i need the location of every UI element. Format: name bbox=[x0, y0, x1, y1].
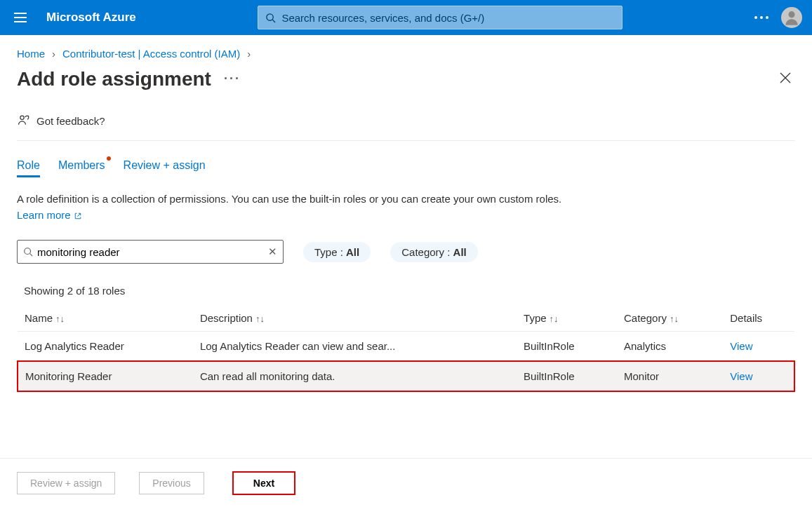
cell-description: Can read all monitoring data. bbox=[193, 361, 517, 391]
col-details: Details bbox=[723, 305, 794, 332]
tabs: Role Members Review + assign bbox=[17, 141, 795, 182]
review-assign-button[interactable]: Review + assign bbox=[17, 472, 115, 494]
svg-point-6 bbox=[25, 248, 31, 255]
brand-label[interactable]: Microsoft Azure bbox=[46, 11, 136, 25]
svg-point-2 bbox=[788, 11, 794, 18]
learn-more-link[interactable]: Learn more bbox=[17, 209, 82, 221]
filter-category-label: Category : bbox=[401, 246, 453, 258]
global-search[interactable] bbox=[258, 6, 623, 29]
filter-type-value: All bbox=[346, 246, 359, 258]
feedback-icon bbox=[17, 114, 31, 128]
avatar[interactable] bbox=[781, 7, 802, 28]
cell-name: Monitoring Reader bbox=[18, 361, 193, 391]
cell-name: Log Analytics Reader bbox=[18, 332, 193, 362]
footer: Review + assign Previous Next bbox=[0, 458, 812, 507]
cell-category: Monitor bbox=[617, 361, 723, 391]
chevron-right-icon: › bbox=[52, 48, 55, 60]
breadcrumb-current[interactable]: Contributor-test | Access control (IAM) bbox=[62, 48, 240, 60]
external-link-icon bbox=[74, 212, 82, 220]
role-search-input[interactable] bbox=[37, 246, 268, 258]
svg-line-1 bbox=[273, 20, 276, 22]
sort-icon: ↑↓ bbox=[255, 313, 265, 324]
top-header: Microsoft Azure bbox=[0, 0, 812, 35]
breadcrumb-home[interactable]: Home bbox=[17, 48, 45, 60]
filter-category-value: All bbox=[453, 246, 467, 258]
global-search-input[interactable] bbox=[281, 12, 615, 24]
col-type[interactable]: Type↑↓ bbox=[517, 305, 617, 332]
role-search[interactable]: ✕ bbox=[17, 240, 284, 264]
col-category[interactable]: Category↑↓ bbox=[617, 305, 723, 332]
search-icon bbox=[23, 247, 33, 257]
previous-button[interactable]: Previous bbox=[139, 472, 204, 494]
view-link[interactable]: View bbox=[730, 370, 752, 382]
tab-review[interactable]: Review + assign bbox=[124, 159, 206, 176]
feedback-link[interactable]: Got feedback? bbox=[17, 105, 795, 141]
filter-category[interactable]: Category : All bbox=[390, 242, 478, 262]
menu-icon[interactable] bbox=[10, 8, 31, 27]
svg-point-5 bbox=[20, 116, 24, 119]
cell-type: BuiltInRole bbox=[517, 361, 617, 391]
cell-type: BuiltInRole bbox=[517, 332, 617, 362]
col-description[interactable]: Description↑↓ bbox=[193, 305, 517, 332]
clear-icon[interactable]: ✕ bbox=[268, 245, 277, 258]
page-title-text: Add role assignment bbox=[17, 68, 211, 90]
tab-members[interactable]: Members bbox=[58, 159, 105, 176]
close-icon[interactable] bbox=[776, 67, 795, 91]
tab-role[interactable]: Role bbox=[17, 159, 40, 176]
view-link[interactable]: View bbox=[730, 340, 752, 352]
filter-type-label: Type : bbox=[314, 246, 346, 258]
page-title: Add role assignment ··· bbox=[17, 68, 241, 90]
table-row[interactable]: Log Analytics Reader Log Analytics Reade… bbox=[18, 332, 794, 362]
search-icon bbox=[265, 13, 276, 23]
page-more-icon[interactable]: ··· bbox=[224, 72, 241, 86]
breadcrumb: Home › Contributor-test | Access control… bbox=[17, 48, 795, 60]
sort-icon: ↑↓ bbox=[55, 313, 65, 324]
description-text: A role definition is a collection of per… bbox=[17, 191, 564, 223]
role-table: Name↑↓ Description↑↓ Type↑↓ Category↑↓ D… bbox=[17, 305, 795, 392]
sort-icon: ↑↓ bbox=[670, 313, 679, 324]
feedback-label: Got feedback? bbox=[36, 115, 105, 127]
description-body: A role definition is a collection of per… bbox=[17, 193, 561, 205]
content-area: Got feedback? Role Members Review + assi… bbox=[0, 105, 812, 458]
filter-row: ✕ Type : All Category : All bbox=[17, 240, 795, 264]
col-name[interactable]: Name↑↓ bbox=[18, 305, 193, 332]
filter-type[interactable]: Type : All bbox=[303, 242, 371, 262]
svg-point-0 bbox=[267, 13, 273, 20]
chevron-right-icon: › bbox=[247, 48, 251, 60]
cell-category: Analytics bbox=[617, 332, 723, 362]
showing-count: Showing 2 of 18 roles bbox=[24, 285, 795, 297]
tab-members-label: Members bbox=[58, 159, 105, 171]
table-row[interactable]: Monitoring Reader Can read all monitorin… bbox=[18, 361, 794, 391]
svg-line-7 bbox=[30, 254, 33, 257]
cell-description: Log Analytics Reader can view and sear..… bbox=[193, 332, 517, 362]
sort-icon: ↑↓ bbox=[550, 313, 559, 324]
next-button[interactable]: Next bbox=[232, 471, 295, 495]
more-icon[interactable] bbox=[754, 16, 768, 19]
alert-dot-icon bbox=[107, 156, 111, 161]
